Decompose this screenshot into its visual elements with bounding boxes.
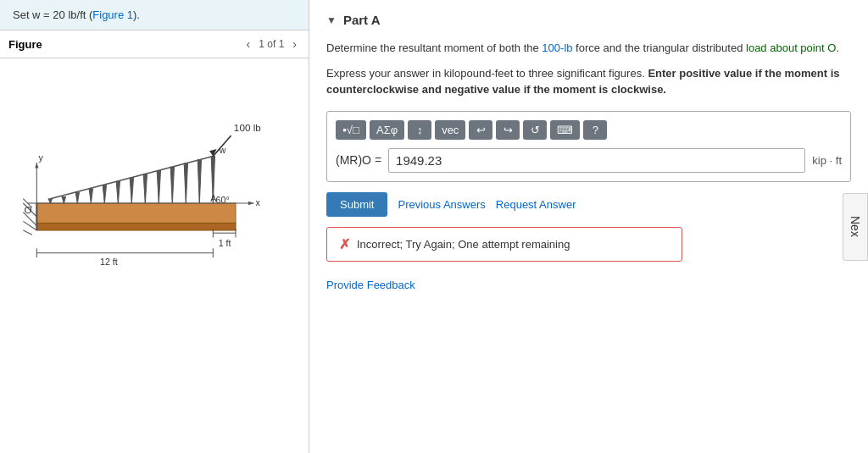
figure-header: Figure ‹ 1 of 1 › bbox=[0, 30, 309, 58]
question-before: Determine the resultant moment of both t… bbox=[326, 41, 542, 54]
svg-rect-1 bbox=[36, 223, 236, 230]
svg-marker-19 bbox=[103, 185, 106, 203]
math-input-container: ▪√□ ΑΣφ ↕ vec ↩ ↪ ↺ ⌨ ? (MR)O = kip · ft bbox=[326, 111, 851, 182]
svg-marker-11 bbox=[48, 199, 52, 203]
toolbar-btn-reset[interactable]: ↺ bbox=[523, 120, 547, 140]
bottom-row: Provide Feedback bbox=[326, 279, 851, 291]
part-label: Part A bbox=[343, 13, 381, 27]
figure-diagram: O bbox=[19, 92, 290, 287]
svg-marker-15 bbox=[75, 192, 79, 203]
svg-marker-29 bbox=[170, 167, 174, 203]
svg-text:y: y bbox=[38, 152, 43, 163]
nav-page: 1 of 1 bbox=[259, 38, 284, 50]
submit-button[interactable]: Submit bbox=[326, 192, 387, 217]
svg-line-6 bbox=[23, 221, 36, 230]
error-icon: ✗ bbox=[339, 236, 350, 252]
prev-arrow[interactable]: ‹ bbox=[243, 36, 254, 52]
unit-label: kip · ft bbox=[812, 154, 842, 167]
provide-feedback-button[interactable]: Provide Feedback bbox=[326, 279, 415, 291]
next-button[interactable]: Nex bbox=[843, 193, 868, 261]
svg-marker-33 bbox=[198, 160, 201, 203]
figure-area: O bbox=[0, 58, 309, 453]
svg-marker-23 bbox=[130, 178, 133, 203]
svg-rect-0 bbox=[36, 203, 236, 223]
figure-title: Figure bbox=[8, 38, 42, 51]
svg-marker-31 bbox=[184, 163, 187, 203]
toolbar-btn-undo[interactable]: ↩ bbox=[469, 120, 492, 140]
svg-marker-51 bbox=[35, 163, 38, 168]
toolbar-btn-help[interactable]: ? bbox=[583, 120, 607, 140]
toolbar-btn-vec[interactable]: vec bbox=[435, 120, 465, 140]
question-middle: force and the triangular distributed bbox=[573, 41, 747, 54]
svg-text:x: x bbox=[255, 197, 260, 207]
left-panel: Set w = 20 lb/ft (Figure 1). Figure ‹ 1 … bbox=[0, 0, 309, 453]
right-panel: ▼ Part A Determine the resultant moment … bbox=[309, 0, 868, 453]
error-text: Incorrect; Try Again; One attempt remain… bbox=[357, 238, 570, 251]
previous-answers-button[interactable]: Previous Answers bbox=[398, 198, 485, 211]
part-header: ▼ Part A bbox=[326, 13, 851, 27]
collapse-icon[interactable]: ▼ bbox=[326, 14, 337, 26]
input-row: (MR)O = kip · ft bbox=[336, 148, 842, 173]
instruction-normal: Express your answer in kilopound-feet to… bbox=[326, 67, 645, 80]
toolbar-btn-keyboard[interactable]: ⌨ bbox=[550, 120, 580, 140]
figure-nav: ‹ 1 of 1 › bbox=[243, 36, 300, 52]
svg-marker-21 bbox=[116, 181, 120, 203]
equation-label: (MR)O = bbox=[336, 153, 381, 167]
question-highlight2: load about point O bbox=[746, 41, 836, 54]
svg-marker-17 bbox=[89, 189, 92, 203]
question-text: Determine the resultant moment of both t… bbox=[326, 40, 851, 57]
toolbar-btn-redo[interactable]: ↪ bbox=[496, 120, 520, 140]
svg-line-7 bbox=[23, 230, 32, 235]
question-end: . bbox=[836, 41, 839, 54]
svg-marker-54 bbox=[248, 202, 253, 205]
svg-text:A: A bbox=[210, 193, 217, 203]
answer-input[interactable] bbox=[388, 148, 805, 173]
svg-text:12 ft: 12 ft bbox=[100, 257, 118, 267]
toolbar-btn-sigma[interactable]: ΑΣφ bbox=[370, 120, 404, 140]
instruction-text: Express your answer in kilopound-feet to… bbox=[326, 65, 851, 98]
set-w-text: Set w = 20 lb/ft ( bbox=[13, 8, 92, 21]
figure1-link[interactable]: Figure 1 bbox=[92, 8, 133, 21]
svg-text:O: O bbox=[24, 204, 31, 215]
request-answer-button[interactable]: Request Answer bbox=[496, 198, 576, 211]
toolbar: ▪√□ ΑΣφ ↕ vec ↩ ↪ ↺ ⌨ ? bbox=[336, 120, 842, 140]
set-w-bar: Set w = 20 lb/ft (Figure 1). bbox=[0, 0, 309, 30]
svg-text:1 ft: 1 ft bbox=[219, 238, 231, 248]
action-row: Submit Previous Answers Request Answer bbox=[326, 192, 851, 217]
svg-text:100 lb: 100 lb bbox=[234, 122, 261, 133]
toolbar-btn-updown[interactable]: ↕ bbox=[408, 120, 431, 140]
svg-marker-27 bbox=[157, 171, 160, 203]
svg-marker-13 bbox=[62, 197, 65, 203]
error-box: ✗ Incorrect; Try Again; One attempt rema… bbox=[326, 227, 682, 262]
toolbar-btn-sqrt[interactable]: ▪√□ bbox=[336, 120, 366, 140]
next-arrow[interactable]: › bbox=[289, 36, 300, 52]
set-w-end: ). bbox=[133, 8, 140, 21]
svg-text:w: w bbox=[219, 145, 226, 155]
svg-marker-25 bbox=[143, 174, 147, 203]
question-highlight1: 100-lb bbox=[542, 41, 572, 54]
